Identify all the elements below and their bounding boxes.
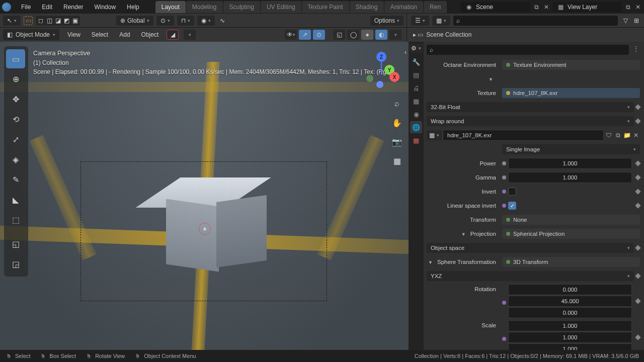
- tool-extra-2[interactable]: ◲: [6, 254, 25, 274]
- snap-dropdown[interactable]: ⊓ ▾: [177, 16, 194, 26]
- field-scale-z[interactable]: 1.000: [508, 343, 632, 350]
- select-mode-3[interactable]: ◪: [54, 17, 62, 25]
- tool-transform[interactable]: ◈: [6, 150, 25, 169]
- field-texture[interactable]: hdre_107_8K.exr: [502, 88, 640, 98]
- tool-select-box[interactable]: ▭: [6, 49, 25, 68]
- keyframe-diamond-icon[interactable]: [635, 273, 640, 279]
- menu-edit[interactable]: Edit: [37, 2, 57, 13]
- gizmo-toggle-button[interactable]: ◢: [167, 30, 179, 40]
- field-projection[interactable]: Spherical Projection: [502, 229, 640, 239]
- overlays-button[interactable]: ⊙: [313, 30, 325, 40]
- new-scene-icon[interactable]: ⧉: [532, 3, 540, 11]
- field-power[interactable]: 1.000: [508, 158, 632, 169]
- vp-menu-add[interactable]: Add: [116, 30, 133, 39]
- orientation-dropdown[interactable]: ⊕ Global ▾: [116, 16, 153, 26]
- close-viewlayer-icon[interactable]: ✕: [634, 3, 642, 11]
- outliner-display-mode[interactable]: ▦▾: [432, 16, 450, 26]
- vp-menu-view[interactable]: View: [64, 30, 84, 39]
- menu-help[interactable]: Help: [122, 2, 144, 13]
- filter-icon[interactable]: ▽: [621, 16, 630, 25]
- axis-neg-z-icon[interactable]: [376, 81, 383, 88]
- select-box-icon[interactable]: ▭: [24, 16, 33, 25]
- ptab-scene[interactable]: ◉: [410, 108, 422, 120]
- properties-editor-type[interactable]: ⚙▾: [409, 44, 423, 53]
- disclosure-triangle-icon[interactable]: ▼: [489, 77, 493, 82]
- tool-extra-1[interactable]: ◱: [6, 234, 25, 253]
- vp-menu-select[interactable]: Select: [89, 30, 111, 39]
- visibility-dropdown[interactable]: 👁▾: [285, 30, 297, 40]
- keyframe-diamond-icon[interactable]: [635, 174, 640, 180]
- fake-user-icon[interactable]: 🛡: [605, 131, 613, 139]
- checkbox-invert[interactable]: [508, 188, 516, 196]
- ptab-tool[interactable]: 🔧: [410, 56, 422, 68]
- vp-menu-object[interactable]: Object: [138, 30, 162, 39]
- socket-dot-icon[interactable]: [502, 161, 506, 165]
- menu-render[interactable]: Render: [58, 2, 88, 13]
- keyframe-diamond-icon[interactable]: [635, 203, 640, 208]
- tool-dropdown[interactable]: ↖ ▾: [3, 16, 21, 26]
- keyframe-diamond-icon[interactable]: [635, 298, 640, 304]
- axis-z-icon[interactable]: Z: [376, 52, 386, 62]
- ptab-world[interactable]: 🌐: [410, 121, 422, 133]
- socket-dot-icon[interactable]: [502, 301, 506, 305]
- tab-sculpting[interactable]: Sculpting: [223, 1, 260, 13]
- field-transform[interactable]: None: [502, 215, 640, 225]
- menu-file[interactable]: File: [16, 2, 36, 13]
- dropdown-rotation-order[interactable]: YXZ ▾: [427, 271, 634, 281]
- ptab-texture[interactable]: ▩: [410, 134, 422, 146]
- options-dropdown[interactable]: Options ▾: [370, 16, 404, 26]
- dropdown-image-type[interactable]: Single Image ▾: [502, 144, 640, 154]
- keyframe-diamond-icon[interactable]: [635, 245, 640, 250]
- 3d-viewport[interactable]: Camera Perspective (1) Collection Scene …: [0, 42, 409, 350]
- shading-wireframe-button[interactable]: ◯: [347, 30, 359, 40]
- properties-search-input[interactable]: [435, 47, 626, 53]
- shading-solid-button[interactable]: ●: [361, 30, 373, 40]
- select-mode-5[interactable]: ▣: [71, 17, 79, 25]
- keyframe-diamond-icon[interactable]: [635, 189, 640, 194]
- tool-add-cube[interactable]: ⬚: [6, 210, 25, 229]
- tab-animation[interactable]: Animation: [384, 1, 423, 13]
- viewlayer-selector[interactable]: ▦: [552, 2, 622, 12]
- mode-selector[interactable]: ◧ Object Mode ▾: [3, 29, 59, 40]
- tool-rotate[interactable]: ⟲: [6, 110, 25, 129]
- socket-dot-icon[interactable]: [502, 190, 506, 194]
- ptab-render[interactable]: ▤: [410, 69, 422, 81]
- field-rotation-y[interactable]: 45.000: [508, 296, 632, 307]
- scene-selector[interactable]: ◉: [461, 2, 530, 12]
- close-scene-icon[interactable]: ✕: [542, 3, 550, 11]
- open-icon[interactable]: 📁: [623, 131, 631, 139]
- image-name-field[interactable]: hdre_107_8K.exr: [443, 130, 604, 141]
- keyframe-diamond-icon[interactable]: [635, 334, 640, 340]
- outliner-search[interactable]: ⌕: [453, 16, 618, 26]
- shading-dropdown[interactable]: ▾: [389, 30, 401, 40]
- options-icon[interactable]: ⋮: [632, 45, 640, 53]
- unlink-icon[interactable]: ✕: [632, 131, 640, 139]
- socket-dot-icon[interactable]: [502, 204, 506, 208]
- tab-texture-paint[interactable]: Texture Paint: [302, 1, 349, 13]
- dropdown-object-space[interactable]: Object space ▾: [427, 243, 634, 253]
- pivot-dropdown[interactable]: ⊙ ▾: [156, 16, 174, 26]
- field-rotation-x[interactable]: 0.000: [508, 284, 632, 295]
- select-mode-2[interactable]: ◫: [45, 17, 53, 25]
- outliner-scene-collection[interactable]: ▸ ▭ Scene Collection: [413, 30, 471, 40]
- gizmos-button[interactable]: ↗: [299, 30, 311, 40]
- dropdown-wrap[interactable]: Wrap around ▾: [427, 116, 634, 126]
- field-octane-environment[interactable]: Texture Environment: [502, 60, 640, 70]
- viewlayer-input[interactable]: [568, 4, 618, 11]
- pan-icon[interactable]: ✋: [390, 116, 404, 129]
- dropdown-bit-depth[interactable]: 32-Bit Float ▾: [427, 102, 634, 112]
- checkbox-linear-invert[interactable]: ✓: [508, 202, 516, 210]
- image-datablock-dropdown[interactable]: ▦▾: [427, 130, 442, 140]
- field-scale-y[interactable]: 1.000: [508, 332, 632, 343]
- field-sphere-transform[interactable]: 3D Transform: [502, 257, 640, 267]
- curve-icon[interactable]: ∿: [218, 16, 227, 25]
- new-viewlayer-icon[interactable]: ⧉: [624, 3, 632, 11]
- socket-dot-icon[interactable]: [502, 175, 506, 179]
- properties-search[interactable]: ⌕: [427, 45, 629, 55]
- field-scale-x[interactable]: 1.000: [508, 320, 632, 331]
- shading-material-button[interactable]: ◐: [375, 30, 387, 40]
- axis-neg-icon[interactable]: [366, 75, 373, 82]
- tab-uv-editing[interactable]: UV Editing: [261, 1, 301, 13]
- app-logo-icon[interactable]: [2, 3, 11, 12]
- disclosure-triangle-icon[interactable]: ▼: [461, 232, 466, 237]
